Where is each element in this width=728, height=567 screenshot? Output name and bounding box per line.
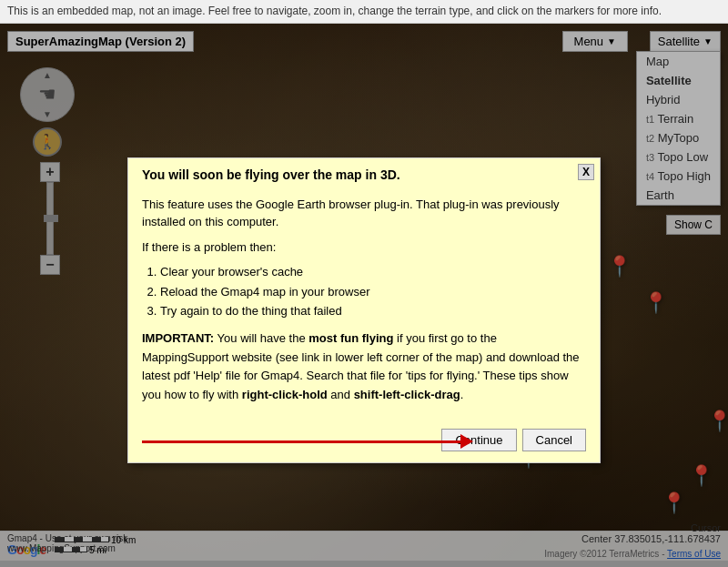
dialog-important: IMPORTANT: You will have the most fun fl… xyxy=(142,329,586,405)
arrow-line xyxy=(142,440,460,443)
dialog-body: This feature uses the Google Earth brows… xyxy=(128,196,600,421)
dialog-header: You will soon be flying over the map in … xyxy=(128,158,600,196)
dialog-steps-list: Clear your browser's cache Reload the Gm… xyxy=(160,263,586,320)
dialog-overlay: X You will soon be flying over the map i… xyxy=(0,24,728,561)
map-container[interactable]: SuperAmazingMap (Version 2) Menu ▼ Satel… xyxy=(0,24,728,561)
dialog-intro: This feature uses the Google Earth brows… xyxy=(142,196,586,231)
period: . xyxy=(460,388,464,401)
bold-right-click: right-click-hold xyxy=(242,388,328,401)
important-label: IMPORTANT: xyxy=(142,331,214,345)
dialog-problem-intro: If there is a problem then: xyxy=(142,238,586,257)
info-bar-text: This is an embedded map, not an image. F… xyxy=(7,5,662,17)
and-text: and xyxy=(328,388,354,401)
dialog-step-1: Clear your browser's cache xyxy=(160,263,586,281)
arrow-head xyxy=(460,434,473,449)
dialog-footer: Continue Cancel xyxy=(128,421,600,462)
bold-shift-click: shift-left-click-drag xyxy=(354,388,460,401)
fly-3d-dialog: X You will soon be flying over the map i… xyxy=(127,157,601,463)
important-main: You will have the xyxy=(214,331,308,345)
arrow-container xyxy=(142,434,473,449)
cancel-button[interactable]: Cancel xyxy=(522,429,586,451)
dialog-step-2: Reload the Gmap4 map in your browser xyxy=(160,283,586,301)
important-bold: most fun flying xyxy=(308,331,393,345)
dialog-step-3: Try again to do the thing that failed xyxy=(160,302,586,320)
dialog-close-button[interactable]: X xyxy=(578,164,594,180)
dialog-title: You will soon be flying over the map in … xyxy=(142,167,572,182)
info-bar: This is an embedded map, not an image. F… xyxy=(0,0,728,24)
